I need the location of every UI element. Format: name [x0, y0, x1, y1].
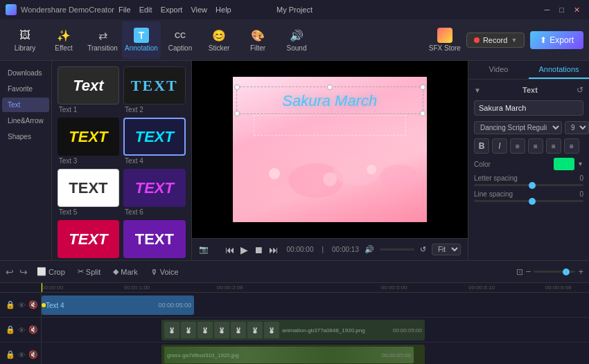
playhead: [42, 283, 42, 292]
tab-video[interactable]: Video: [468, 61, 529, 79]
play-button[interactable]: ▶: [240, 244, 248, 255]
text-style-preview-3: TEXT: [58, 118, 119, 156]
skip-back-button[interactable]: ⏮: [225, 244, 235, 255]
left-panel-text[interactable]: Text: [2, 98, 49, 112]
loop-icon[interactable]: ↺: [420, 245, 426, 254]
mark-button[interactable]: ◆ Mark: [109, 266, 141, 277]
align-justify-button[interactable]: ≡: [564, 138, 579, 154]
menu-file[interactable]: File: [118, 6, 131, 14]
text-style-1[interactable]: Text Text 1: [58, 66, 119, 113]
handle-tl[interactable]: [234, 84, 240, 90]
track-eye-icon-2[interactable]: 👁: [18, 326, 26, 334]
sfx-store-button[interactable]: SFX Store: [429, 28, 461, 52]
split-button[interactable]: ✂ Split: [74, 266, 104, 277]
left-panel-downloads[interactable]: Downloads: [2, 66, 49, 80]
track-eye-icon[interactable]: 👁: [18, 301, 26, 309]
color-dropdown-icon[interactable]: ▼: [577, 161, 583, 167]
voice-button[interactable]: 🎙 Voice: [147, 266, 182, 277]
menu-view[interactable]: View: [191, 6, 207, 14]
track-mute-icon-3[interactable]: 🔇: [28, 350, 38, 359]
text-style-7[interactable]: TEXT Text 7: [58, 220, 119, 260]
handle-bl[interactable]: [234, 111, 240, 116]
close-button[interactable]: ✕: [570, 6, 583, 15]
track-lock-icon-3[interactable]: 🔒: [6, 350, 15, 359]
tool-sound[interactable]: 🔊 Sound: [277, 21, 316, 59]
selection-line: [236, 87, 423, 114]
tab-annotations[interactable]: Annotations: [529, 61, 589, 79]
text-style-4[interactable]: TEXT Text 4: [123, 118, 185, 165]
text-style-3[interactable]: TEXT Text 3: [58, 118, 119, 165]
text-style-preview-4: TEXT: [123, 118, 185, 156]
text4-clip[interactable]: Text 4 00:00:05:00: [42, 295, 194, 315]
svg-point-6: [367, 165, 376, 174]
track-mute-icon-2[interactable]: 🔇: [28, 325, 38, 334]
zoom-slider[interactable]: [534, 271, 575, 273]
tool-transition[interactable]: ⇄ Transition: [83, 21, 122, 59]
sfx-store-label: SFX Store: [429, 44, 461, 52]
menu-edit[interactable]: Edit: [139, 6, 152, 14]
track-controls-3: 🔒 👁 🔇: [0, 343, 42, 364]
anim-thumb-4: 🐰: [214, 322, 229, 338]
text-content-input[interactable]: [474, 100, 583, 116]
minimize-button[interactable]: ─: [541, 6, 554, 15]
letter-spacing-slider[interactable]: [474, 184, 583, 186]
screenshot-icon[interactable]: 📷: [199, 245, 209, 254]
font-size-select[interactable]: 96: [565, 121, 589, 134]
handle-tr[interactable]: [420, 84, 425, 90]
zoom-thumb[interactable]: [563, 269, 570, 275]
volume-icon[interactable]: 🔊: [364, 245, 374, 254]
track-lock-icon[interactable]: 🔒: [6, 300, 15, 309]
color-picker[interactable]: [554, 158, 574, 170]
export-button[interactable]: ⬆ Export: [530, 31, 583, 49]
letter-spacing-thumb[interactable]: [529, 182, 536, 189]
line-spacing-slider[interactable]: [474, 200, 583, 202]
tool-caption[interactable]: CC Caption: [161, 21, 200, 59]
bold-button[interactable]: B: [474, 138, 489, 154]
menu-export[interactable]: Export: [161, 6, 183, 14]
fit-select[interactable]: Fit: [432, 244, 461, 255]
skip-forward-button[interactable]: ⏭: [269, 244, 279, 255]
track-eye-icon-3[interactable]: 👁: [18, 351, 26, 359]
redo-button[interactable]: ↪: [19, 266, 28, 277]
volume-slider[interactable]: [380, 248, 414, 251]
fit-timeline-icon[interactable]: ⊡: [516, 267, 523, 277]
tool-sticker[interactable]: 😊 Sticker: [200, 21, 238, 59]
track-controls-1: 🔒 👁 🔇: [0, 293, 42, 317]
undo-button[interactable]: ↩: [6, 266, 14, 277]
track-lock-icon-2[interactable]: 🔒: [6, 325, 15, 334]
align-right-button[interactable]: ≡: [546, 138, 561, 154]
maximize-button[interactable]: □: [556, 6, 568, 15]
section-collapse-icon[interactable]: ▼: [474, 87, 481, 94]
crop-button[interactable]: ⬜ Crop: [33, 266, 69, 277]
record-dropdown-icon[interactable]: ▼: [511, 37, 517, 44]
tool-filter[interactable]: 🎨 Filter: [238, 21, 277, 59]
zoom-in-button[interactable]: +: [578, 266, 583, 277]
font-family-select[interactable]: Dancing Script Reguli: [474, 121, 562, 134]
left-panel-line-arrow[interactable]: Line&Arrow: [2, 113, 49, 128]
reset-button[interactable]: ↺: [577, 85, 583, 95]
align-center-button[interactable]: ≡: [528, 138, 543, 154]
left-panel-shapes[interactable]: Shapes: [2, 129, 49, 144]
line-spacing-thumb[interactable]: [529, 198, 536, 205]
voice-label: Voice: [160, 268, 179, 276]
text-style-6[interactable]: TEXT Text 6: [123, 169, 185, 216]
menu-help[interactable]: Help: [216, 6, 231, 14]
grass-clip[interactable]: grass-ga7dfbsd310_1920.jpg 00:00:05:00: [161, 345, 425, 364]
track-mute-icon[interactable]: 🔇: [28, 300, 38, 309]
tool-library[interactable]: 🖼 Library: [6, 21, 44, 59]
text-style-2[interactable]: TEXT Text 2: [123, 66, 185, 113]
text-style-5[interactable]: TEXT Text 5: [58, 169, 119, 216]
italic-button[interactable]: I: [492, 138, 507, 154]
zoom-out-button[interactable]: −: [526, 266, 531, 277]
tool-effect[interactable]: ✨ Effect: [44, 21, 83, 59]
tool-annotation[interactable]: T Annotation: [122, 21, 161, 59]
record-button[interactable]: Record ▼: [466, 33, 525, 48]
handle-tc[interactable]: [327, 84, 333, 90]
left-panel-favorite[interactable]: Favorite: [2, 82, 49, 96]
align-left-button[interactable]: ≡: [510, 138, 525, 154]
animation-clip[interactable]: 🐰 🐰 🐰 🐰 🐰 🐰 🐰 animation-gb377a0848_1920.…: [161, 320, 425, 340]
stop-button[interactable]: ⏹: [254, 244, 263, 255]
text-style-8[interactable]: TEXT Text 8: [123, 220, 185, 260]
handle-br[interactable]: [420, 111, 425, 116]
tool-transition-label: Transition: [87, 44, 118, 52]
